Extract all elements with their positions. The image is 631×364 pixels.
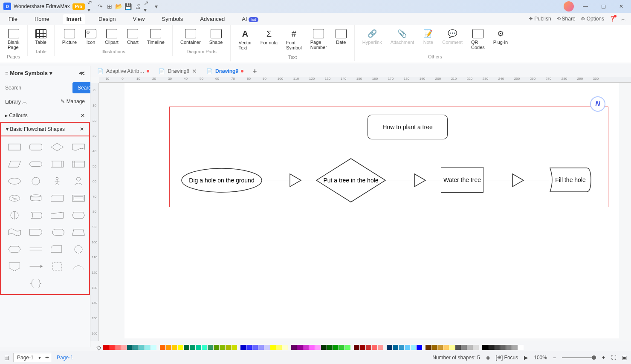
container-button[interactable]: Container xyxy=(177,27,204,46)
color-swatch[interactable] xyxy=(291,345,297,350)
color-swatch[interactable] xyxy=(232,345,237,350)
color-swatch[interactable] xyxy=(270,345,276,350)
callouts-section[interactable]: ▸ Callouts ✕ xyxy=(0,109,90,122)
shape-or[interactable] xyxy=(6,209,23,222)
color-swatch[interactable] xyxy=(127,345,133,350)
shape-delay[interactable] xyxy=(27,226,44,239)
color-swatch[interactable] xyxy=(276,345,282,350)
connector-3[interactable] xyxy=(483,180,512,180)
save-icon[interactable]: 💾 xyxy=(125,3,132,10)
clipart-button[interactable]: Clipart xyxy=(101,27,122,46)
color-swatch[interactable] xyxy=(226,345,231,350)
blank-page-button[interactable]: Blank Page xyxy=(4,27,23,52)
redo-button[interactable]: ↷ xyxy=(97,3,104,10)
shape-rounded[interactable] xyxy=(27,141,44,153)
color-swatch[interactable] xyxy=(151,345,156,350)
export-icon[interactable]: ↗ ▾ xyxy=(144,3,151,10)
shape-card[interactable] xyxy=(49,192,66,205)
color-swatch[interactable] xyxy=(109,345,115,350)
chart-button[interactable]: Chart xyxy=(124,27,142,46)
color-swatch[interactable] xyxy=(345,345,350,350)
font-symbol-button[interactable]: #Font Symbol xyxy=(283,27,305,52)
shape-offpage[interactable] xyxy=(6,260,23,273)
color-swatch[interactable] xyxy=(512,345,518,350)
zoom-level[interactable]: 100% xyxy=(534,355,547,361)
icon-button[interactable]: ☺Icon xyxy=(82,27,100,46)
color-swatch[interactable] xyxy=(202,345,207,350)
shape-half[interactable] xyxy=(49,243,66,256)
open-icon[interactable]: 📂 xyxy=(116,3,122,10)
color-swatch[interactable] xyxy=(378,345,383,350)
shape-decision[interactable] xyxy=(49,141,66,153)
color-swatch[interactable] xyxy=(246,345,252,350)
color-swatch[interactable] xyxy=(417,345,422,350)
color-swatch[interactable] xyxy=(455,345,461,350)
play-icon[interactable]: ▶ xyxy=(524,355,528,361)
color-swatch[interactable] xyxy=(214,345,219,350)
shape-tape[interactable] xyxy=(6,226,23,239)
doc-tab-2[interactable]: 📄 Drawing8 ✕ xyxy=(154,66,201,76)
menu-file[interactable]: File xyxy=(5,14,21,24)
qa-more-icon[interactable]: ▾ xyxy=(153,3,160,10)
note-button[interactable]: 📝Note xyxy=(419,27,437,52)
color-swatch[interactable] xyxy=(506,345,512,350)
flowchart-title-box[interactable]: How to plant a tree xyxy=(368,115,448,139)
shape-disk[interactable] xyxy=(27,192,44,205)
new-tab-button[interactable]: + xyxy=(249,66,261,77)
color-swatch[interactable] xyxy=(488,345,494,350)
color-swatch[interactable] xyxy=(366,345,371,350)
fit-page-icon[interactable]: ⛶ xyxy=(611,355,616,361)
color-swatch[interactable] xyxy=(467,345,473,350)
plugin-button[interactable]: ⚙Plug-in xyxy=(490,27,511,52)
color-swatch[interactable] xyxy=(437,345,443,350)
connector-2b[interactable] xyxy=(425,180,441,180)
shape-connector[interactable] xyxy=(70,243,87,256)
undo-button[interactable]: ↶ ▾ xyxy=(87,3,94,10)
color-swatch[interactable] xyxy=(166,345,171,350)
menu-view[interactable]: View xyxy=(130,14,148,24)
minimize-button[interactable]: — xyxy=(579,1,592,12)
page[interactable]: How to plant a tree Dig a hole on the gr… xyxy=(124,83,619,338)
manage-button[interactable]: ✎ Manage xyxy=(61,98,85,106)
doc-tab-3[interactable]: 📄 Drawing9 xyxy=(202,66,248,76)
shape-person[interactable] xyxy=(49,175,66,188)
comment-button[interactable]: 💬Comment xyxy=(439,27,466,52)
page-number-button[interactable]: Page Number xyxy=(307,27,330,52)
color-swatch[interactable] xyxy=(393,345,398,350)
color-swatch[interactable] xyxy=(473,345,479,350)
hyperlink-button[interactable]: 🔗Hyperlink xyxy=(359,27,385,52)
timeline-button[interactable]: Timeline xyxy=(144,27,168,46)
close-tab-icon[interactable]: ✕ xyxy=(192,68,197,75)
shape-manual-input[interactable] xyxy=(70,226,87,239)
color-swatch[interactable] xyxy=(172,345,177,350)
shape-loop[interactable] xyxy=(70,209,87,222)
color-swatch[interactable] xyxy=(303,345,309,350)
date-button[interactable]: Date xyxy=(332,27,350,52)
doc-tab-1[interactable]: 📄 Adaptive Attrib… xyxy=(93,66,153,76)
no-fill-icon[interactable]: ◇ xyxy=(96,344,101,351)
color-swatch[interactable] xyxy=(220,345,225,350)
menu-insert[interactable]: Insert xyxy=(63,14,85,24)
color-swatch[interactable] xyxy=(333,345,339,350)
color-swatch[interactable] xyxy=(160,345,165,350)
color-swatch[interactable] xyxy=(133,345,139,350)
layers-icon[interactable]: ◈ xyxy=(486,355,490,361)
close-section-icon[interactable]: ✕ xyxy=(81,113,85,118)
vector-text-button[interactable]: AVector Text xyxy=(235,27,255,52)
help-button[interactable]: ❓ xyxy=(609,16,616,22)
color-swatch[interactable] xyxy=(121,345,127,350)
color-swatch[interactable] xyxy=(190,345,195,350)
table-button[interactable]: Table xyxy=(32,27,50,46)
attachment-button[interactable]: 📎Attachment xyxy=(387,27,418,52)
color-swatch[interactable] xyxy=(321,345,327,350)
shape-process[interactable] xyxy=(6,141,23,153)
basic-shapes-section[interactable]: ▾ Basic Flowchart Shapes ✕ xyxy=(0,122,90,136)
qr-button[interactable]: QR Codes xyxy=(468,27,488,52)
collapse-panel-icon[interactable]: ≪ xyxy=(79,70,85,76)
color-swatch[interactable] xyxy=(405,345,410,350)
color-swatch[interactable] xyxy=(297,345,303,350)
zoom-slider[interactable] xyxy=(562,357,596,358)
shape-parallel[interactable] xyxy=(27,243,44,256)
menu-ai[interactable]: AI hot xyxy=(238,14,261,24)
shape-terminator[interactable] xyxy=(27,158,44,170)
